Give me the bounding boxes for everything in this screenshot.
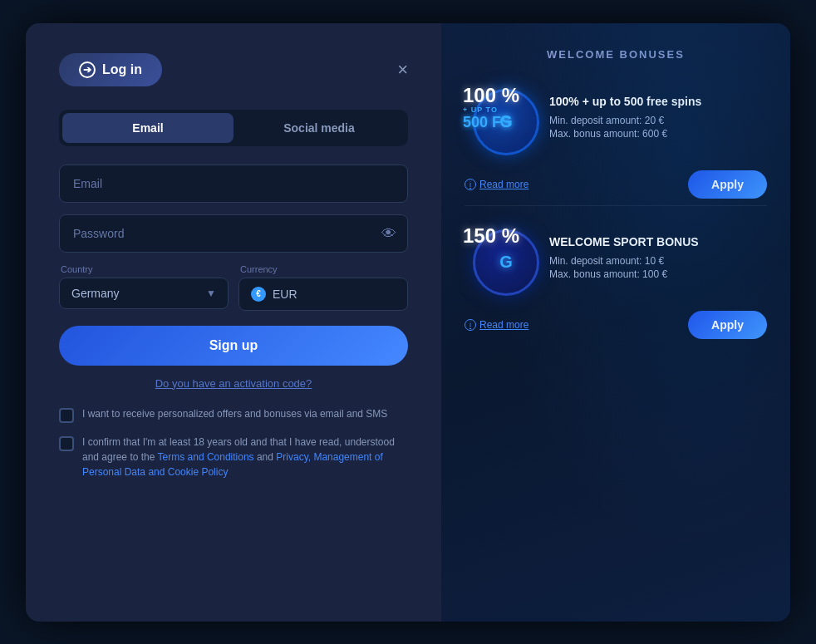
bonus2-actions: i Read more Apply <box>465 311 767 339</box>
bonus2-min-deposit: Min. deposit amount: 10 € <box>549 255 767 267</box>
password-field[interactable] <box>59 214 408 253</box>
password-wrap: 👁︎ <box>59 214 408 253</box>
login-panel: ➔ Log in × Email Social media 👁︎ Country… <box>26 23 441 622</box>
bonus-image-casino: 100 % + UP TO 500 FS G <box>465 81 539 155</box>
info-icon-1: i <box>465 179 476 190</box>
chevron-down-icon: ▼ <box>206 288 216 299</box>
bonus1-read-more-label: Read more <box>479 179 528 190</box>
bonus1-min-deposit: Min. deposit amount: 20 € <box>549 115 767 126</box>
checkbox-age-row: I confirm that I'm at least 18 years old… <box>59 435 408 479</box>
checkbox-offers-label: I want to receive personalized offers an… <box>82 406 387 421</box>
country-label: Country <box>61 264 229 274</box>
country-value: Germany <box>71 287 120 300</box>
login-tabs: Email Social media <box>59 110 408 146</box>
checkbox-offers-row: I want to receive personalized offers an… <box>59 406 408 423</box>
login-title-label: Log in <box>102 62 142 77</box>
bonus-card-sport: 150 % G WELCOME SPORT BONUS Min. deposit… <box>465 221 767 296</box>
checkbox-age-text2: and <box>254 451 277 463</box>
activation-code-link[interactable]: Do you have an activation code? <box>59 377 408 390</box>
bonus2-read-more-label: Read more <box>479 319 528 331</box>
country-select[interactable]: Germany ▼ <box>59 278 229 309</box>
bonus-card-casino: 100 % + UP TO 500 FS G 100% + up to 500 … <box>465 81 767 155</box>
bonus1-info: 100% + up to 500 free spins Min. deposit… <box>549 94 767 140</box>
bonuses-panel: WELCOME BONUSES 100 % + UP TO 500 FS G 1… <box>441 23 790 622</box>
currency-label: Currency <box>240 264 408 274</box>
login-arrow-icon: ➔ <box>79 61 96 78</box>
bonus1-read-more-button[interactable]: i Read more <box>465 179 528 190</box>
chip-letter-2: G <box>499 253 513 272</box>
tab-social-media[interactable]: Social media <box>233 113 405 143</box>
euro-icon: € <box>251 287 266 302</box>
bonus1-percent: 100 % <box>463 86 519 106</box>
eye-icon[interactable]: 👁︎ <box>381 224 396 242</box>
country-wrap: Country Germany ▼ <box>59 264 229 311</box>
email-field[interactable] <box>59 165 408 203</box>
currency-wrap: Currency € EUR <box>238 264 408 311</box>
checkbox-age-label: I confirm that I'm at least 18 years old… <box>82 435 408 479</box>
currency-value: EUR <box>273 288 297 301</box>
bonus2-apply-button[interactable]: Apply <box>688 311 767 339</box>
divider-1 <box>465 205 767 206</box>
bonus2-max-bonus: Max. bonus amount: 100 € <box>549 268 767 280</box>
bonus1-actions: i Read more Apply <box>465 170 767 199</box>
signup-button[interactable]: Sign up <box>59 326 408 366</box>
currency-select[interactable]: € EUR <box>238 278 408 311</box>
tab-email[interactable]: Email <box>62 113 233 143</box>
checkbox-offers[interactable] <box>59 408 74 423</box>
bonus2-name: WELCOME SPORT BONUS <box>549 234 767 249</box>
bonus2-max-val: 100 € <box>642 268 667 280</box>
bonus2-read-more-button[interactable]: i Read more <box>465 319 528 331</box>
bonus1-apply-button[interactable]: Apply <box>688 170 767 199</box>
close-button[interactable]: × <box>397 61 408 79</box>
bonus1-name: 100% + up to 500 free spins <box>549 94 767 109</box>
bonus1-min-val: 20 € <box>645 115 664 126</box>
bonus1-max-val: 600 € <box>642 128 667 140</box>
terms-link[interactable]: Terms and Conditions <box>158 451 254 463</box>
bonus2-min-val: 10 € <box>645 255 664 267</box>
selects-row: Country Germany ▼ Currency € EUR <box>59 264 408 311</box>
checkbox-age[interactable] <box>59 436 74 451</box>
bonus1-max-bonus: Max. bonus amount: 600 € <box>549 128 767 140</box>
bonus2-info: WELCOME SPORT BONUS Min. deposit amount:… <box>549 234 767 281</box>
info-icon-2: i <box>465 319 476 331</box>
bonuses-title: WELCOME BONUSES <box>465 48 767 61</box>
bonus2-percent: 150 % <box>463 226 519 246</box>
login-header: ➔ Log in × <box>59 53 408 86</box>
login-title-button[interactable]: ➔ Log in <box>59 53 162 86</box>
bonus1-sub: 500 FS <box>463 114 519 131</box>
bonus1-upto: + UP TO <box>463 106 519 114</box>
bonus-image-sport: 150 % G <box>465 221 539 296</box>
